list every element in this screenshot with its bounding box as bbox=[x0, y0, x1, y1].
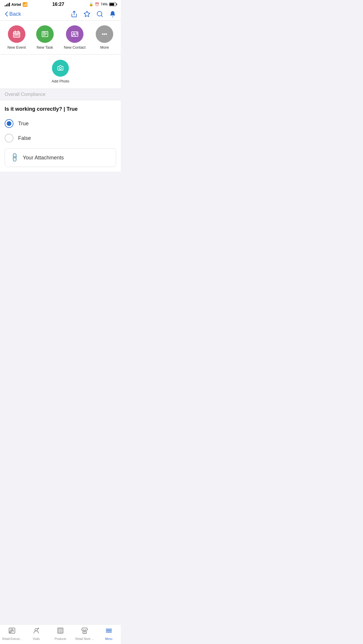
favorite-button[interactable] bbox=[83, 10, 90, 17]
new-task-icon bbox=[36, 25, 54, 43]
svg-point-21 bbox=[104, 34, 105, 35]
new-contact-label: New Contact bbox=[64, 45, 85, 50]
lock-icon: 🔒 bbox=[89, 2, 93, 6]
question-section: Is it working correctly? | True True Fal… bbox=[0, 100, 121, 172]
new-contact-icon bbox=[66, 25, 83, 43]
share-button[interactable] bbox=[71, 10, 78, 17]
svg-line-3 bbox=[101, 15, 102, 17]
false-option[interactable]: False bbox=[5, 134, 116, 142]
section-header: Overall Compliance bbox=[0, 89, 121, 100]
svg-point-20 bbox=[102, 34, 104, 35]
more-label: More bbox=[100, 45, 109, 50]
add-photo-label: Add Photo bbox=[52, 79, 69, 83]
svg-point-23 bbox=[60, 68, 62, 70]
alarm-icon: ⏰ bbox=[95, 2, 99, 6]
add-photo-button[interactable] bbox=[52, 60, 69, 77]
back-chevron-icon bbox=[5, 11, 8, 17]
add-photo-section: Add Photo bbox=[0, 54, 121, 89]
svg-rect-9 bbox=[15, 34, 16, 35]
attachments-label: Your Attachments bbox=[23, 155, 64, 161]
svg-rect-11 bbox=[18, 34, 19, 35]
battery-icon bbox=[109, 3, 116, 6]
nav-action-buttons bbox=[71, 10, 116, 17]
battery-percentage: 74% bbox=[101, 2, 108, 6]
attachments-button[interactable]: 🔗 Your Attachments bbox=[5, 148, 116, 167]
carrier-signal: Airtel 📶 bbox=[5, 2, 27, 7]
true-radio-button[interactable] bbox=[5, 119, 13, 128]
back-label: Back bbox=[9, 11, 21, 17]
nav-bar: Back bbox=[0, 8, 121, 21]
status-bar: Airtel 📶 16:27 🔒 ⏰ 74% bbox=[0, 0, 121, 8]
false-option-label: False bbox=[18, 135, 31, 141]
quick-actions-bar: New Event New Task New Con bbox=[0, 21, 121, 54]
new-task-label: New Task bbox=[37, 45, 53, 50]
carrier-label: Airtel bbox=[11, 2, 21, 7]
new-event-label: New Event bbox=[8, 45, 26, 50]
svg-rect-10 bbox=[16, 34, 17, 35]
gray-spacer bbox=[0, 172, 121, 271]
notifications-button[interactable] bbox=[109, 10, 116, 17]
section-header-label: Overall Compliance bbox=[5, 92, 46, 97]
time-display: 16:27 bbox=[52, 2, 64, 7]
new-contact-button[interactable]: New Contact bbox=[64, 25, 85, 50]
svg-marker-1 bbox=[84, 11, 90, 17]
svg-point-22 bbox=[106, 34, 107, 35]
search-button[interactable] bbox=[96, 10, 103, 17]
more-icon bbox=[96, 25, 113, 43]
wifi-icon: 📶 bbox=[22, 2, 27, 7]
true-option-label: True bbox=[18, 121, 29, 127]
new-event-button[interactable]: New Event bbox=[8, 25, 26, 50]
true-radio-fill bbox=[7, 121, 11, 126]
more-button[interactable]: More bbox=[96, 25, 113, 50]
question-title: Is it working correctly? | True bbox=[5, 106, 116, 112]
signal-icon bbox=[5, 2, 10, 6]
true-option[interactable]: True bbox=[5, 119, 116, 128]
new-event-icon bbox=[8, 25, 25, 43]
battery-status: 🔒 ⏰ 74% bbox=[89, 2, 116, 6]
false-radio-button[interactable] bbox=[5, 134, 13, 142]
back-button[interactable]: Back bbox=[5, 11, 21, 17]
paperclip-icon: 🔗 bbox=[9, 152, 20, 163]
new-task-button[interactable]: New Task bbox=[36, 25, 54, 50]
